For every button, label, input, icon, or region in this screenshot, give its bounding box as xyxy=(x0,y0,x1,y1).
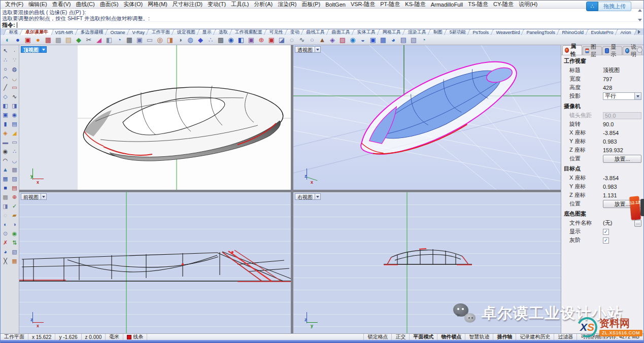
array-icon[interactable]: ▦ xyxy=(1,175,10,183)
menu-item[interactable]: 网格(M) xyxy=(145,1,170,8)
group-balls-icon[interactable]: ◉ xyxy=(1,147,10,155)
control-points-icon[interactable]: ∴ xyxy=(1,56,10,64)
pipe-icon[interactable]: ▬ xyxy=(1,138,10,146)
bucket-icon[interactable]: ◒ xyxy=(358,36,368,45)
menu-item[interactable]: TS-随意 xyxy=(465,1,491,8)
array-polar-icon[interactable]: ▨ xyxy=(10,175,19,183)
camera-place-button[interactable]: 放置... xyxy=(603,155,641,163)
viewport-dropdown-icon[interactable] xyxy=(315,193,321,200)
note-tan-icon[interactable]: ▤ xyxy=(63,36,74,45)
status-field[interactable]: z 0.000 xyxy=(82,334,106,340)
polyline-icon[interactable]: ╱ xyxy=(1,83,10,91)
loft-icon[interactable]: ▤ xyxy=(10,120,19,128)
magnifier-icon[interactable]: ○ xyxy=(307,36,317,45)
pen-curve-icon[interactable]: ∿ xyxy=(297,36,307,45)
lasso-icon[interactable]: ◌ xyxy=(287,36,297,45)
menu-item[interactable]: 渲染(R) xyxy=(275,1,299,8)
tab-properties[interactable]: 属性 xyxy=(562,45,582,55)
flash-icon[interactable]: ◢ xyxy=(10,129,19,137)
checker-red-icon[interactable]: ▦ xyxy=(43,36,53,45)
surface-corner-icon[interactable]: ◧ xyxy=(1,101,10,110)
toolbar-tab[interactable]: EvolutePro xyxy=(586,29,620,35)
status-field[interactable]: 工作平面 xyxy=(1,334,28,340)
clock-blue-icon[interactable]: ◕ xyxy=(388,36,398,45)
drag-upload-widget[interactable]: ∴ 拖拽上传 xyxy=(586,2,631,11)
sphere-blue-icon[interactable]: ● xyxy=(13,36,23,45)
globe-icon[interactable]: ◉ xyxy=(226,36,236,45)
menu-item[interactable]: 变动(T) xyxy=(205,1,228,8)
polygon-icon[interactable]: ◇ xyxy=(1,92,10,100)
shell-teal-icon[interactable]: ◐ xyxy=(3,36,13,45)
arc3pt-icon[interactable]: ◡ xyxy=(10,74,19,82)
menu-item[interactable]: 工具(L) xyxy=(228,1,251,8)
status-toggle[interactable]: 记录建构历史 xyxy=(516,334,554,340)
dot-grid-icon[interactable]: ▩ xyxy=(216,36,226,45)
scale-dots-icon[interactable]: ∴ xyxy=(10,147,19,155)
shuttle-icon[interactable]: ◔ xyxy=(419,36,429,45)
rectangle-icon[interactable]: ▭ xyxy=(10,83,19,91)
cage-icon[interactable]: ▩ xyxy=(10,165,19,174)
menu-item[interactable]: VSR-随意 xyxy=(348,1,378,8)
tab-layers[interactable]: 图层 xyxy=(583,46,602,55)
status-toggle[interactable]: 智慧轨迹 xyxy=(465,334,493,340)
gizmo-move-icon[interactable]: ⊕ xyxy=(256,36,266,45)
menu-item[interactable]: 尺寸标注(D) xyxy=(170,1,205,8)
menu-item[interactable]: BoltGen xyxy=(323,2,348,8)
menu-item[interactable]: 面板(P) xyxy=(299,1,323,8)
viewport-top[interactable]: 顶视图 y x xyxy=(19,45,291,190)
dial-icon[interactable]: ◎ xyxy=(155,36,165,45)
projection-dropdown[interactable]: 平行 xyxy=(603,92,641,100)
scroll-down-icon[interactable] xyxy=(638,19,642,21)
menu-item[interactable]: CY-随意 xyxy=(491,1,516,8)
swatch-slate-icon[interactable]: ◧ xyxy=(104,36,114,45)
command-scrollbar[interactable] xyxy=(638,9,642,21)
mesh-grid-icon[interactable]: ▦ xyxy=(124,36,134,45)
figure-icon[interactable]: ▲ xyxy=(317,36,327,45)
probe-icon[interactable]: ⊙ xyxy=(1,229,10,237)
tube-icon[interactable]: ▭ xyxy=(10,138,19,146)
phone-icon[interactable]: ◑ xyxy=(10,220,19,228)
toolbar-tab[interactable]: Arion xyxy=(615,29,637,35)
paint-icon[interactable]: ◨ xyxy=(1,202,10,210)
status-toggle[interactable]: 过滤器 xyxy=(554,334,577,340)
model-front-wireframe[interactable] xyxy=(19,250,291,282)
current-layer-chip[interactable]: 线条 xyxy=(123,334,147,340)
cube-dark-icon[interactable]: ■ xyxy=(1,184,10,192)
layers-stack-icon[interactable]: ▧ xyxy=(409,36,419,45)
disc-blue-icon[interactable]: ◉ xyxy=(348,36,358,45)
menu-item[interactable]: 文件(F) xyxy=(3,1,26,8)
points-off-icon[interactable]: ∵ xyxy=(10,56,19,64)
puzzle-icon[interactable]: ◈ xyxy=(1,129,10,137)
stamp-blue-icon[interactable]: ◔ xyxy=(114,36,124,45)
menu-item[interactable]: 分析(A) xyxy=(252,1,276,8)
pencil-icon[interactable]: ▰ xyxy=(10,211,19,219)
window-blue-icon[interactable]: ▣ xyxy=(368,36,378,45)
viewport-dropdown-icon[interactable] xyxy=(41,193,47,200)
freeform-curve-icon[interactable]: ∿ xyxy=(10,92,19,100)
frame-red-icon[interactable]: ▣ xyxy=(266,36,277,45)
status-toggle[interactable]: 锁定格点 xyxy=(364,334,392,340)
command-input-row[interactable]: 指令: xyxy=(1,22,643,29)
cylinder-icon[interactable]: ▮ xyxy=(1,120,10,128)
toolbar-tab[interactable]: PanelingTools xyxy=(521,29,561,35)
viewport-front[interactable]: 前视图 z x xyxy=(19,192,291,333)
toolbar-tab[interactable]: 多边形建模 xyxy=(75,29,109,35)
eraser-icon[interactable]: ◪ xyxy=(277,36,287,45)
move-dots-icon[interactable]: ∴ xyxy=(206,36,216,45)
dice-red-icon[interactable]: ▨ xyxy=(337,36,348,45)
menu-item[interactable]: 查看(V) xyxy=(50,1,74,8)
blend-curve-icon[interactable]: ◠ xyxy=(1,156,10,164)
show-checkbox[interactable]: ✓ xyxy=(603,229,609,235)
menu-item[interactable]: PT-随意 xyxy=(378,1,402,8)
model-right-wireframe[interactable] xyxy=(384,249,472,265)
grid-snap-icon[interactable]: ▩ xyxy=(1,193,10,201)
frame-copy-icon[interactable]: ▣ xyxy=(134,36,145,45)
arc-icon[interactable]: ◠ xyxy=(1,74,10,82)
scroll-up-icon[interactable] xyxy=(638,9,642,12)
surface-edge-icon[interactable]: ◨ xyxy=(10,101,19,110)
toolbar-tab[interactable]: 卓尔谟犀牛 xyxy=(20,29,54,35)
menu-item[interactable]: KS-随意 xyxy=(402,1,428,8)
menu-item[interactable]: 实体(O) xyxy=(121,1,145,8)
frog-icon[interactable]: ◉ xyxy=(10,229,19,237)
point-icon[interactable]: ∙ xyxy=(10,47,19,55)
